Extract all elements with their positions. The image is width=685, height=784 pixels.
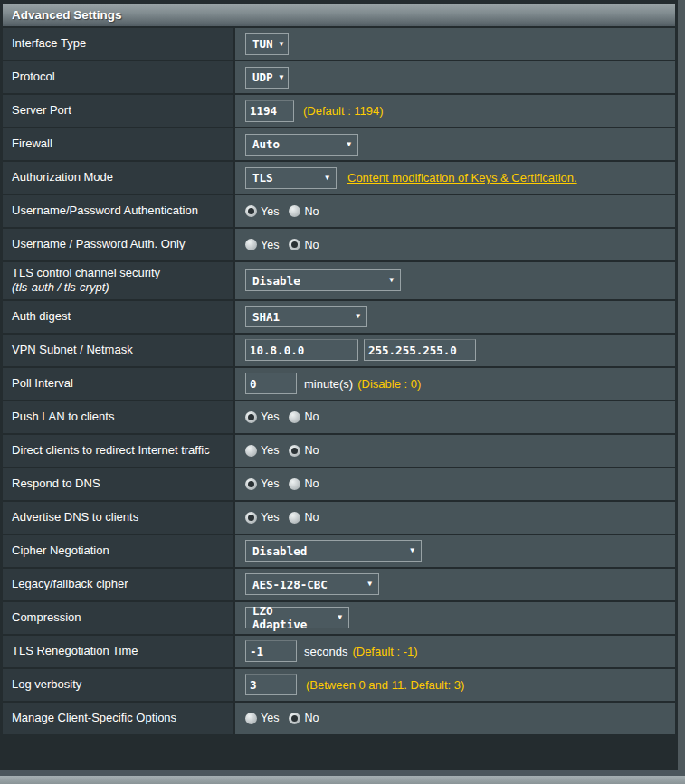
settings-row: Poll Interval minute(s) (Disable : 0) [3,366,675,400]
row-label: Cipher Negotiation [12,543,228,558]
radio-no[interactable] [289,713,300,724]
row-value-cell: TUN ▼ [235,28,675,60]
radio-no-label: No [304,205,319,218]
row-value-cell: Yes No [235,435,675,467]
server-port-input[interactable] [245,100,294,122]
vpn-subnet-input[interactable] [245,339,358,361]
row-value-cell: seconds (Default : -1) [235,636,675,667]
radio-no[interactable] [289,512,300,524]
vpn-netmask-input[interactable] [364,339,476,361]
row-label-cell: Advertise DNS to clients [3,502,235,534]
settings-row: Username/Password Authentication Yes No [3,194,675,227]
push-lan-radio-group: Yes No [245,411,328,423]
cipher-negotiation-select[interactable]: Disabled ▼ [245,540,422,562]
radio-yes-label: Yes [261,477,279,490]
log-verbosity-input[interactable] [245,674,297,695]
settings-row: Cipher Negotiation Disabled ▼ [3,534,675,567]
radio-yes-label: Yes [261,712,279,724]
row-value-cell: Yes No [235,468,675,500]
select-value: TLS [252,171,273,184]
radio-no[interactable] [289,478,300,490]
row-label: Auth digest [12,309,228,324]
radio-yes[interactable] [245,411,257,423]
row-label-cell: Server Port [3,95,235,127]
row-label: Poll Interval [12,376,228,391]
row-label: Interface Type [12,36,228,51]
select-value: UDP [252,71,273,84]
row-label-cell: Legacy/fallback cipher [3,569,235,600]
row-label-cell: Respond to DNS [3,468,235,500]
legacy-cipher-select[interactable]: AES-128-CBC ▼ [245,573,379,595]
row-label-cell: Username / Password Auth. Only [3,229,235,260]
row-label-cell: Interface Type [3,28,235,60]
select-value: AES-128-CBC [252,578,328,591]
row-label-cell: VPN Subnet / Netmask [3,335,235,366]
settings-row: Manage Client-Specific Options Yes No [3,701,675,734]
poll-interval-input[interactable] [245,373,297,394]
radio-yes[interactable] [245,205,257,217]
unit-label: minute(s) [304,377,353,391]
radio-no[interactable] [289,445,300,457]
tls-control-channel-select[interactable]: Disable ▼ [245,269,401,291]
keys-certification-link[interactable]: Content modification of Keys & Certifica… [347,171,577,184]
settings-row: Legacy/fallback cipher AES-128-CBC ▼ [3,567,675,600]
row-label: Firewall [12,137,228,151]
radio-yes-label: Yes [261,239,279,251]
radio-yes[interactable] [245,239,257,250]
radio-yes-label: Yes [261,511,279,524]
settings-row: TLS Renegotiation Time seconds (Default … [3,634,675,667]
row-label: Respond to DNS [12,477,228,491]
select-value: LZO Adaptive [252,604,331,631]
row-value-cell: Yes No [235,401,675,433]
row-label: TLS control channel security [12,266,228,280]
radio-yes-label: Yes [261,205,279,218]
radio-yes[interactable] [245,512,257,524]
default-hint: (Default : 1194) [303,104,384,118]
row-value-cell: minute(s) (Disable : 0) [235,368,675,400]
row-value-cell: (Default : 1194) [235,95,675,127]
auth-digest-select[interactable]: SHA1 ▼ [245,306,367,327]
chevron-down-icon: ▼ [389,277,394,284]
settings-row: Username / Password Auth. Only Yes No [3,227,675,260]
radio-yes[interactable] [245,713,257,724]
interface-type-select[interactable]: TUN ▼ [245,33,289,55]
row-label-cell: Manage Client-Specific Options [3,703,235,734]
tls-renegotiation-input[interactable] [245,640,297,662]
radio-no-label: No [304,712,319,724]
select-value: Auto [252,137,280,151]
row-label-cell: Auth digest [3,301,235,333]
row-value-cell: Yes No [235,502,675,534]
settings-row: TLS control channel security (tls-auth /… [3,260,675,299]
row-label-cell: Authorization Mode [3,162,235,194]
radio-no-label: No [304,511,319,524]
radio-yes[interactable] [245,445,257,457]
protocol-select[interactable]: UDP ▼ [245,67,289,89]
row-label-cell: TLS control channel security (tls-auth /… [3,262,235,299]
radio-no[interactable] [289,411,300,423]
row-label-cell: Compression [3,602,235,634]
firewall-select[interactable]: Auto ▼ [245,134,358,156]
radio-no[interactable] [289,205,300,217]
row-label: Authorization Mode [12,170,228,184]
redirect-internet-radio-group: Yes No [245,444,328,457]
default-hint: (Default : -1) [352,645,417,658]
row-label: Push LAN to clients [12,410,228,424]
chevron-down-icon: ▼ [338,614,342,621]
select-value: Disabled [252,544,307,558]
username-password-auth-radio-group: Yes No [245,205,328,218]
authorization-mode-select[interactable]: TLS ▼ [245,167,337,189]
row-label-cell: Log verbosity [3,669,235,701]
radio-no[interactable] [289,239,300,250]
panel-title: Advanced Settings [12,8,122,22]
row-label: Username/Password Authentication [12,203,228,218]
row-value-cell: Auto ▼ [235,128,675,160]
compression-select[interactable]: LZO Adaptive ▼ [245,607,349,628]
chevron-down-icon: ▼ [280,41,284,48]
default-hint: (Disable : 0) [357,377,421,391]
settings-row: Server Port (Default : 1194) [3,93,675,127]
radio-yes[interactable] [245,478,257,490]
row-value-cell: Disabled ▼ [235,535,675,567]
row-label: Manage Client-Specific Options [12,711,228,725]
next-section-header-bar [0,776,685,784]
row-value-cell: TLS ▼ Content modification of Keys & Cer… [235,162,675,194]
